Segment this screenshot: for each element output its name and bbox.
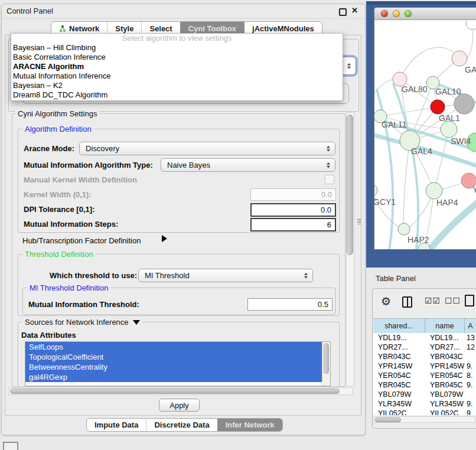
- attributes-scrollbar[interactable]: [322, 342, 330, 386]
- algorithm-option[interactable]: Dream8 DC_TDC Algorithm: [11, 90, 343, 100]
- table-row[interactable]: YER054CYER054C8.: [373, 371, 476, 380]
- close-traffic-light-icon[interactable]: [381, 10, 388, 17]
- hub-definition-label[interactable]: Hub/Transcription Factor Definition: [22, 236, 141, 245]
- mi-algorithm-type-combo[interactable]: Naive Bayes: [161, 158, 335, 172]
- control-panel-titlebar: Control Panel ✕: [1, 4, 364, 19]
- minimized-panel-icon[interactable]: [3, 442, 18, 450]
- algorithm-option[interactable]: Bayesian – K2: [11, 81, 343, 90]
- network-node[interactable]: [454, 94, 474, 114]
- column-header-2[interactable]: A: [465, 319, 476, 333]
- mi-steps-field[interactable]: 6: [250, 218, 336, 231]
- network-node-hap2[interactable]: [398, 223, 410, 235]
- network-edge[interactable]: [374, 190, 404, 229]
- select-all-icon[interactable]: ☑☑: [425, 296, 441, 305]
- table-cell: YDR27...: [373, 343, 425, 352]
- manual-kernel-width-checkbox[interactable]: [325, 175, 334, 184]
- column-header-0[interactable]: shared...: [373, 319, 425, 333]
- dpi-tolerance-field[interactable]: 0.0: [250, 203, 336, 217]
- apply-button[interactable]: Apply: [159, 399, 200, 412]
- node-label: SWI4: [451, 136, 471, 146]
- settings-horizontal-scrollbar-thumb[interactable]: [10, 389, 340, 394]
- table-cell: 8.: [465, 371, 476, 380]
- table-cell: [465, 390, 476, 399]
- column-header-1[interactable]: name: [425, 319, 465, 333]
- network-node-hap4[interactable]: [426, 182, 442, 199]
- table-cell: YER054C: [425, 371, 465, 380]
- algorithm-option[interactable]: Basic Correlation Inference: [11, 53, 343, 62]
- tab-label: Discretize Data: [154, 420, 209, 429]
- mi-threshold-field[interactable]: 0.5: [247, 298, 332, 311]
- table-row[interactable]: YDL19...YDL19...13: [373, 333, 476, 343]
- table-row[interactable]: YBR045CYBR045C9.: [373, 380, 476, 390]
- data-attributes-list: SelfLoopsTopologicalCoefficientBetweenne…: [25, 341, 331, 386]
- deselect-all-icon[interactable]: ☐☐: [445, 296, 461, 305]
- zoom-traffic-light-icon[interactable]: [405, 10, 412, 17]
- mi-algorithm-type-value: Naive Bayes: [167, 161, 210, 169]
- table-header-row: shared...nameA: [373, 318, 476, 334]
- algorithm-definition-title: Algorithm Definition: [22, 125, 94, 133]
- threshold-definition-title: Threshold Definition: [22, 250, 96, 259]
- network-view-window: GAL7GAL80GAL10GAL1GAL11GAL4YGCY1HAP4HAP2…: [374, 7, 476, 250]
- table-cell: YPR145W: [373, 361, 425, 371]
- network-node-gal1[interactable]: [441, 121, 457, 138]
- network-canvas[interactable]: GAL7GAL80GAL10GAL1GAL11GAL4YGCY1HAP4HAP2…: [374, 21, 476, 249]
- table-row[interactable]: YBL079WYBL079W: [373, 390, 476, 399]
- table-panel-window: ⚙ ☑☑ ☐☐ shared...nameA YDL19...YDL19...1…: [372, 288, 476, 429]
- attribute-list-item[interactable]: gal4RGexp: [25, 372, 322, 382]
- tab-infer-network[interactable]: Infer Network: [217, 419, 282, 431]
- mi-threshold-group-title: MI Threshold Definition: [27, 284, 110, 292]
- settings-vertical-scrollbar-thumb[interactable]: [347, 115, 353, 255]
- network-edge[interactable]: [403, 141, 410, 229]
- table-cell: YBR043C: [373, 352, 425, 361]
- new-table-icon[interactable]: [465, 295, 474, 306]
- tab-impute-data[interactable]: Impute Data: [87, 419, 146, 431]
- table-row[interactable]: YIL052CYIL052C9: [373, 409, 476, 415]
- table-row[interactable]: YPR145WYPR145W9.: [373, 361, 476, 371]
- table-horizontal-scrollbar-thumb[interactable]: [375, 418, 401, 422]
- which-threshold-combo[interactable]: MI Threshold: [138, 269, 313, 282]
- network-window-titlebar[interactable]: [374, 8, 476, 20]
- table-cell: YIL052C: [425, 409, 465, 415]
- network-node[interactable]: [431, 100, 445, 114]
- sources-group-title[interactable]: Sources for Network Inference: [22, 318, 142, 327]
- bottom-tabs: Impute DataDiscretize DataInfer Network: [86, 418, 283, 432]
- table-body: YDL19...YDL19...13YDR27...YDR27...12YBR0…: [373, 333, 476, 415]
- panel-divider-grip[interactable]: [357, 219, 361, 224]
- which-threshold-label: Which threshold to use:: [50, 271, 137, 280]
- network-node-gal7[interactable]: [452, 51, 467, 66]
- algorithm-option[interactable]: Bayesian – Hill Climbing: [11, 43, 343, 53]
- table-row[interactable]: YLR345WYLR345W9.: [373, 399, 476, 409]
- network-edge[interactable]: [380, 107, 438, 116]
- close-icon[interactable]: ✕: [351, 6, 358, 15]
- gear-icon[interactable]: ⚙: [381, 295, 391, 308]
- kernel-width-field[interactable]: 0.0: [250, 188, 336, 201]
- table-cell: YBR045C: [425, 380, 465, 390]
- network-edge[interactable]: [400, 47, 459, 79]
- network-node[interactable]: [466, 21, 476, 30]
- column-view-icon[interactable]: [402, 296, 412, 308]
- network-canvas-svg[interactable]: GAL7GAL80GAL10GAL1GAL11GAL4YGCY1HAP4HAP2…: [374, 21, 476, 249]
- network-node-gcy1[interactable]: [374, 184, 377, 197]
- algorithm-option[interactable]: Mutual Information Inference: [11, 71, 343, 81]
- node-label: GAL11: [382, 120, 407, 129]
- expand-arrow-icon[interactable]: [162, 235, 167, 242]
- attribute-list-item[interactable]: BetweennessCentrality: [25, 362, 322, 372]
- table-row[interactable]: YDR27...YDR27...12: [373, 343, 476, 352]
- attributes-scrollbar-thumb[interactable]: [324, 343, 329, 374]
- table-cell: YBL079W: [425, 390, 465, 399]
- which-threshold-value: MI Threshold: [145, 271, 190, 280]
- attribute-list-item[interactable]: TopologicalCoefficient: [25, 352, 322, 362]
- dpi-tolerance-label: DPI Tolerance [0,1]:: [24, 205, 94, 214]
- attribute-list-item[interactable]: SelfLoops: [25, 342, 322, 352]
- combo-arrows-icon: [304, 272, 308, 279]
- table-row[interactable]: YBR043CYBR043C: [373, 352, 476, 361]
- float-window-icon[interactable]: [339, 8, 347, 16]
- tab-label: Infer Network: [226, 420, 275, 429]
- table-cell: YBR043C: [425, 352, 465, 361]
- minimize-traffic-light-icon[interactable]: [393, 10, 400, 17]
- collapse-arrow-icon: [133, 320, 140, 325]
- mi-algorithm-type-label: Mutual Information Algorithm Type:: [24, 161, 153, 169]
- aracne-mode-combo[interactable]: Discovery: [79, 142, 335, 155]
- algorithm-option[interactable]: ARACNE Algorithm: [11, 62, 343, 71]
- tab-discretize-data[interactable]: Discretize Data: [146, 419, 217, 431]
